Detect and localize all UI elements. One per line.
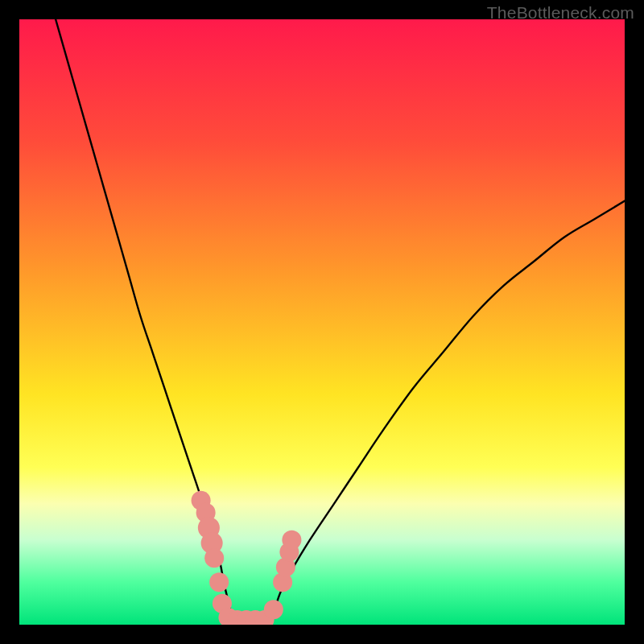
marker-dot [204, 548, 224, 568]
marker-dot [282, 530, 301, 550]
marker-dot [264, 600, 283, 619]
watermark-text: TheBottleneck.com [487, 3, 634, 23]
gradient-background [19, 19, 625, 625]
marker-dot [209, 572, 229, 592]
chart-svg [19, 19, 625, 625]
chart-frame [19, 19, 625, 625]
